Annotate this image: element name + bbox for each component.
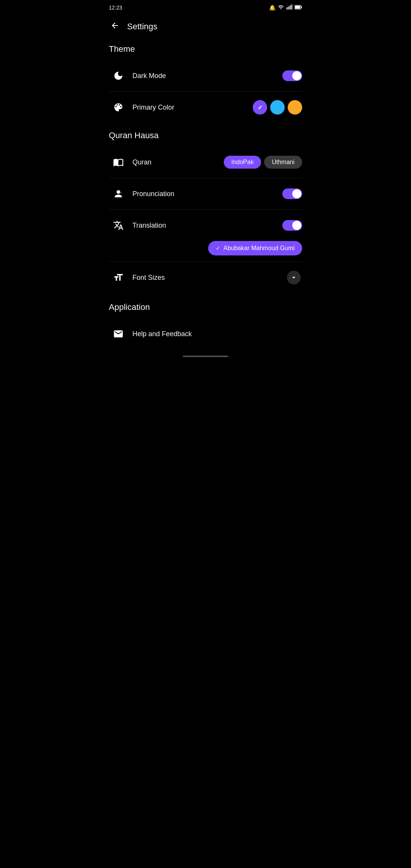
signal-icon — [286, 4, 292, 11]
color-check-purple: ✓ — [258, 104, 263, 111]
svg-rect-3 — [290, 5, 291, 9]
battery-icon — [295, 5, 302, 11]
primary-color-label: Primary Color — [132, 104, 253, 112]
quran-script-buttons: IndoPak Uthmani — [224, 156, 302, 169]
pronunciation-icon — [109, 184, 128, 203]
back-arrow-icon — [110, 21, 119, 32]
translation-header: Translation — [109, 210, 302, 238]
font-sizes-item: Font Sizes — [109, 262, 302, 293]
content: Theme Dark Mode Primary Color ✓ — [103, 38, 308, 349]
color-orange[interactable] — [288, 100, 302, 115]
translation-toggle-knob — [292, 221, 301, 230]
help-feedback-icon — [109, 324, 128, 343]
application-section-title: Application — [109, 296, 302, 315]
translator-name: Abubakar Mahmoud Gumi — [223, 245, 295, 252]
quran-hausa-section: Quran Hausa Quran IndoPak Uthmani Pronun… — [109, 124, 302, 293]
pronunciation-toggle[interactable] — [282, 188, 302, 199]
help-feedback-item[interactable]: Help and Feedback — [109, 318, 302, 349]
translation-icon — [109, 216, 128, 235]
translation-toggle[interactable] — [282, 220, 302, 231]
dark-mode-item: Dark Mode — [109, 60, 302, 92]
translator-select-button[interactable]: ✓ Abubakar Mahmoud Gumi — [208, 241, 302, 255]
quran-label: Quran — [132, 158, 224, 166]
notification-icon: 🔔 — [269, 5, 276, 11]
uthmani-button[interactable]: Uthmani — [264, 156, 302, 169]
svg-rect-2 — [289, 6, 290, 9]
header: Settings — [103, 15, 308, 38]
dark-mode-label: Dark Mode — [132, 72, 282, 80]
translation-section: Translation ✓ Abubakar Mahmoud Gumi — [109, 210, 302, 262]
page-title: Settings — [127, 22, 158, 32]
theme-section: Theme Dark Mode Primary Color ✓ — [109, 38, 302, 123]
quran-item: Quran IndoPak Uthmani — [109, 147, 302, 178]
svg-rect-6 — [301, 6, 302, 8]
translation-selector: ✓ Abubakar Mahmoud Gumi — [109, 238, 302, 262]
status-bar: 12:23 🔔 — [103, 0, 308, 15]
application-section: Application Help and Feedback — [109, 296, 302, 349]
back-button[interactable] — [109, 19, 121, 34]
wifi-icon — [278, 4, 284, 11]
font-sizes-dropdown-icon — [287, 271, 301, 284]
theme-section-title: Theme — [109, 38, 302, 57]
quran-icon — [109, 153, 128, 172]
indopak-button[interactable]: IndoPak — [224, 156, 261, 169]
pronunciation-toggle-knob — [292, 189, 301, 198]
color-options: ✓ — [253, 100, 302, 115]
font-sizes-label: Font Sizes — [132, 274, 285, 282]
dark-mode-toggle-knob — [292, 71, 301, 80]
pronunciation-label: Pronunciation — [132, 190, 282, 198]
font-sizes-icon — [109, 268, 128, 287]
pronunciation-item: Pronunciation — [109, 178, 302, 210]
color-purple[interactable]: ✓ — [253, 100, 267, 115]
dark-mode-toggle[interactable] — [282, 70, 302, 81]
quran-hausa-section-title: Quran Hausa — [109, 124, 302, 144]
home-indicator — [183, 356, 228, 357]
color-blue[interactable] — [270, 100, 285, 115]
translation-label: Translation — [132, 222, 282, 230]
status-icons: 🔔 — [269, 4, 302, 11]
status-time: 12:23 — [109, 5, 122, 11]
translator-check-icon: ✓ — [216, 245, 220, 251]
font-sizes-dropdown-button[interactable] — [285, 269, 302, 286]
help-feedback-label: Help and Feedback — [132, 330, 302, 338]
svg-rect-0 — [287, 7, 287, 9]
svg-rect-4 — [292, 4, 292, 9]
primary-color-item: Primary Color ✓ — [109, 92, 302, 123]
svg-rect-7 — [295, 6, 300, 9]
dark-mode-icon — [109, 66, 128, 85]
primary-color-icon — [109, 98, 128, 117]
svg-rect-1 — [288, 6, 288, 9]
